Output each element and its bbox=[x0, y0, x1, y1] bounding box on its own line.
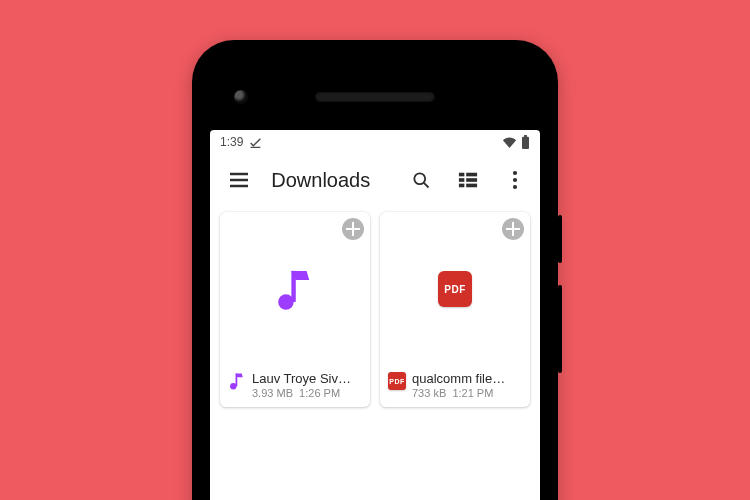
svg-point-10 bbox=[513, 171, 517, 175]
app-bar: Downloads bbox=[210, 154, 540, 206]
file-meta: 3.93 MB 1:26 PM bbox=[252, 387, 362, 399]
check-icon bbox=[249, 136, 262, 149]
status-bar: 1:39 bbox=[210, 130, 540, 154]
file-meta: 733 kB 1:21 PM bbox=[412, 387, 522, 399]
file-name: Lauv Troye Siv… bbox=[252, 372, 362, 387]
view-toggle-button[interactable] bbox=[453, 163, 482, 197]
svg-rect-4 bbox=[459, 173, 464, 177]
downloads-grid: Lauv Troye Siv… 3.93 MB 1:26 PM PDF PDF bbox=[210, 206, 540, 413]
svg-rect-7 bbox=[466, 178, 477, 182]
svg-point-11 bbox=[513, 178, 517, 182]
earpiece-speaker bbox=[315, 92, 435, 102]
file-card[interactable]: Lauv Troye Siv… 3.93 MB 1:26 PM bbox=[220, 212, 370, 407]
file-name: qualcomm file… bbox=[412, 372, 522, 387]
svg-point-2 bbox=[414, 173, 425, 184]
svg-rect-9 bbox=[466, 184, 477, 188]
svg-point-12 bbox=[513, 185, 517, 189]
svg-rect-8 bbox=[459, 184, 464, 188]
music-note-icon bbox=[276, 267, 314, 311]
expand-icon bbox=[502, 218, 524, 240]
screen: 1:39 Downloads bbox=[210, 130, 540, 500]
hamburger-menu-button[interactable] bbox=[224, 163, 253, 197]
wifi-icon bbox=[502, 136, 517, 148]
svg-rect-0 bbox=[522, 137, 529, 149]
music-note-icon bbox=[228, 372, 246, 390]
battery-icon bbox=[521, 135, 530, 149]
expand-icon bbox=[342, 218, 364, 240]
svg-rect-5 bbox=[466, 173, 477, 177]
svg-line-3 bbox=[424, 183, 429, 188]
front-camera bbox=[234, 90, 248, 104]
page-title: Downloads bbox=[271, 169, 370, 192]
svg-rect-1 bbox=[524, 135, 527, 137]
file-card[interactable]: PDF PDF qualcomm file… 733 kB 1:21 PM bbox=[380, 212, 530, 407]
overflow-menu-button[interactable] bbox=[501, 163, 530, 197]
svg-point-13 bbox=[278, 294, 294, 310]
search-button[interactable] bbox=[406, 163, 435, 197]
svg-point-15 bbox=[230, 383, 236, 389]
phone-frame: 1:39 Downloads bbox=[192, 40, 558, 500]
pdf-icon: PDF bbox=[438, 271, 472, 307]
status-clock: 1:39 bbox=[220, 135, 243, 149]
svg-rect-6 bbox=[459, 178, 464, 182]
pdf-icon: PDF bbox=[388, 372, 406, 390]
